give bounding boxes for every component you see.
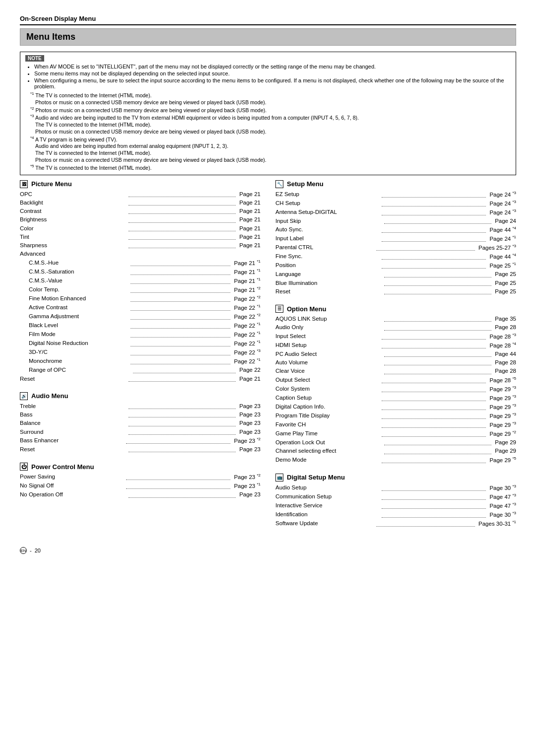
list-item: Advanced [20,250,261,258]
list-item: Contrast Page 21 [20,207,261,215]
footnote-3: *3 Audio and video are being inputted to… [30,114,511,121]
list-item: Audio Only Page 28 [275,323,516,332]
list-item: Favorite CH Page 29 *3 [275,420,516,429]
list-item: Reset Page 25 [275,287,516,296]
list-item: Surround Page 23 [20,428,261,436]
note-bullets: When AV MODE is set to "INTELLIGENT", pa… [25,64,511,89]
audio-menu-section: 🔊 Audio Menu Treble Page 23 Bass Page 23… [20,392,261,454]
setup-menu-section: 🔧 Setup Menu EZ Setup Page 24 *3 CH Setu… [275,180,516,296]
list-item: Blue Illumination Page 25 [275,279,516,287]
list-item: Power Saving Page 23 *2 [20,473,261,481]
list-item: 3D-Y/C Page 22 *3 [20,348,261,357]
list-item: Input Select Page 28 *3 [275,332,516,341]
option-menu-title: ☰ Option Menu [275,305,516,313]
option-icon: ☰ [275,305,283,313]
list-item: AQUOS LINK Setup Page 35 [275,315,516,323]
list-item: Output Select Page 28 *5 [275,376,516,385]
list-item: Monochrome Page 22 *1 [20,357,261,366]
list-item: Antenna Setup-DIGITAL Page 24 *3 [275,208,516,217]
footnote-3-line3: Photos or music on a connected USB memor… [30,129,511,135]
list-item: Tint Page 21 [20,233,261,241]
page-header: On-Screen Display Menu [20,15,516,25]
footer-en-circle: EN [20,547,27,554]
list-item: Brightness Page 21 [20,215,261,224]
left-column: 🖼 Picture Menu OPC Page 21 Backlight Pag… [20,180,261,538]
list-item: Identification Page 30 *3 [275,510,516,519]
list-item: Black Level Page 22 *1 [20,321,261,330]
note-bullet-2: When configuring a menu, be sure to sele… [34,77,511,89]
list-item: Color Page 21 [20,224,261,233]
setup-menu-title: 🔧 Setup Menu [275,180,516,188]
list-item: Bass Page 23 [20,411,261,419]
power-icon: ⏻ [20,463,28,471]
digital-setup-icon: 📺 [275,474,283,481]
picture-menu-section: 🖼 Picture Menu OPC Page 21 Backlight Pag… [20,180,261,383]
list-item: Auto Volume Page 28 [275,358,516,367]
list-item: Program Title Display Page 29 *3 [275,412,516,420]
list-item: Input Label Page 24 *1 [275,234,516,243]
list-item: Sharpness Page 21 [20,241,261,250]
note-box: NOTE When AV MODE is set to "INTELLIGENT… [20,52,516,175]
list-item: Input Skip Page 24 [275,217,516,225]
list-item: Communication Setup Page 47 *3 [275,492,516,501]
list-item: Backlight Page 21 [20,199,261,207]
list-item: Gamma Adjustment Page 22 *2 [20,312,261,321]
power-menu-section: ⏻ Power Control Menu Power Saving Page 2… [20,463,261,499]
footnote-4-line4: Photos or music on a connected USB memor… [30,157,511,163]
picture-menu-title: 🖼 Picture Menu [20,180,261,188]
list-item: Balance Page 23 [20,419,261,427]
list-item: C.M.S.-Saturation Page 21 *1 [20,268,261,276]
option-menu-section: ☰ Option Menu AQUOS LINK Setup Page 35 A… [275,305,516,465]
list-item: CH Setup Page 24 *3 [275,199,516,208]
list-item: Caption Setup Page 29 *3 [275,394,516,403]
footer-dash: - [30,548,32,553]
list-item: Digital Noise Reduction Page 22 *1 [20,339,261,348]
footnote-5: *5 The TV is connected to the Internet (… [30,164,511,171]
list-item: Audio Setup Page 30 *3 [275,483,516,492]
list-item: Auto Sync. Page 44 *4 [275,225,516,234]
option-menu-items: AQUOS LINK Setup Page 35 Audio Only Page… [275,315,516,465]
right-column: 🔧 Setup Menu EZ Setup Page 24 *3 CH Setu… [275,180,516,538]
footnotes: *1 The TV is connected to the Internet (… [25,91,511,171]
list-item: C.M.S.-Value Page 21 *1 [20,276,261,285]
menu-items-title: Menu Items [26,32,75,42]
digital-setup-menu-items: Audio Setup Page 30 *3 Communication Set… [275,483,516,528]
list-item: Reset Page 21 [20,375,261,383]
footnote-4-line2: Audio and video are being inputted from … [30,143,511,149]
list-item: Fine Sync. Page 44 *4 [275,252,516,261]
list-item: No Signal Off Page 23 *1 [20,481,261,490]
setup-icon: 🔧 [275,180,283,188]
note-bullet-0: When AV MODE is set to "INTELLIGENT", pa… [34,64,511,69]
list-item: Range of OPC Page 22 [20,366,261,374]
list-item: Language Page 25 [275,270,516,278]
menu-items-header: Menu Items [20,28,516,46]
list-item: Game Play Time Page 29 *2 [275,429,516,438]
list-item: Demo Mode Page 29 *5 [275,456,516,465]
power-menu-items: Power Saving Page 23 *2 No Signal Off Pa… [20,473,261,499]
list-item: No Operation Off Page 23 [20,490,261,499]
on-screen-display-menu-title: On-Screen Display Menu [20,15,516,25]
list-item: Operation Lock Out Page 29 [275,438,516,447]
page-footer: EN - 20 [20,547,516,554]
setup-menu-items: EZ Setup Page 24 *3 CH Setup Page 24 *3 … [275,190,516,296]
footnote-1-line2: Photos or music on a connected USB memor… [30,99,511,105]
footnote-2: *2 Photos or music on a connected USB me… [30,106,511,113]
list-item: Software Update Pages 30-31 *1 [275,519,516,528]
footnote-3-line2: The TV is connected to the Internet (HTM… [30,122,511,128]
power-menu-title: ⏻ Power Control Menu [20,463,261,471]
list-item: PC Audio Select Page 44 [275,350,516,358]
list-item: Film Mode Page 22 *1 [20,330,261,339]
list-item: Color Temp. Page 21 *2 [20,285,261,294]
list-item: OPC Page 21 [20,190,261,199]
list-item: Color System Page 29 *3 [275,385,516,394]
two-col-layout: 🖼 Picture Menu OPC Page 21 Backlight Pag… [20,180,516,538]
footer-page-num: 20 [35,548,41,553]
audio-menu-title: 🔊 Audio Menu [20,392,261,400]
list-item: Clear Voice Page 28 [275,367,516,375]
list-item: Fine Motion Enhanced Page 22 *2 [20,294,261,303]
list-item: Treble Page 23 [20,402,261,411]
digital-setup-menu-section: 📺 Digital Setup Menu Audio Setup Page 30… [275,474,516,528]
list-item: Bass Enhancer Page 23 *2 [20,436,261,445]
note-label: NOTE [25,55,44,62]
list-item: Parental CTRL Pages 25-27 *3 [275,243,516,252]
